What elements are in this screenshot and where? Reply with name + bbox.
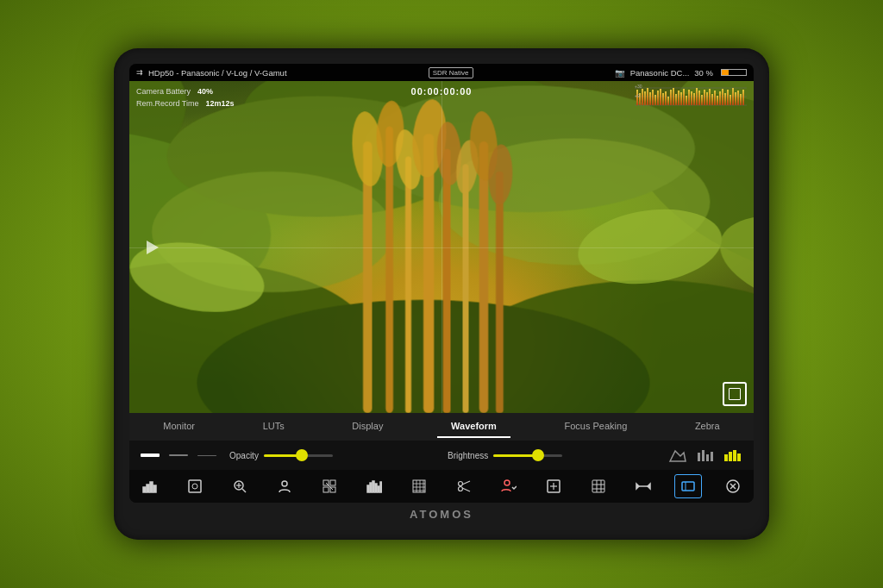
opacity-thumb[interactable]: [296, 449, 308, 461]
tab-zebra[interactable]: Zebra: [681, 416, 734, 438]
toolbar-add-frame[interactable]: [540, 474, 567, 498]
opacity-slider-group: Opacity: [229, 451, 437, 460]
svg-rect-91: [733, 450, 736, 461]
brand-label: ATOMOS: [410, 503, 473, 524]
bottom-toolbar: [129, 470, 754, 503]
line-medium-icon: [169, 454, 188, 456]
svg-rect-89: [724, 454, 728, 461]
waveform-icon-2[interactable]: [693, 446, 717, 465]
svg-rect-114: [380, 482, 382, 492]
svg-rect-97: [189, 480, 201, 492]
waveform-icon-3[interactable]: [721, 446, 745, 465]
toolbar-grid-overlay[interactable]: [316, 474, 343, 498]
svg-point-103: [282, 481, 287, 486]
svg-rect-110: [370, 483, 372, 492]
svg-rect-21: [443, 149, 451, 413]
svg-line-124: [462, 481, 470, 485]
svg-rect-111: [373, 481, 374, 492]
toolbar-expand[interactable]: [674, 474, 702, 498]
controls-bar: Opacity Brightness: [129, 441, 754, 470]
svg-rect-90: [729, 452, 732, 461]
svg-rect-22: [463, 164, 469, 413]
monitor-device: ⇉ HDp50 - Panasonic / V-Log / V-Gamut SD…: [114, 48, 769, 540]
camera-icon: 📷: [615, 68, 625, 78]
camera-name: Panasonic DC...: [630, 68, 690, 78]
svg-point-123: [459, 487, 463, 491]
svg-rect-87: [706, 454, 709, 461]
svg-point-98: [192, 484, 197, 489]
waveform-icon-1[interactable]: [666, 446, 690, 465]
toolbar-cut[interactable]: [450, 474, 478, 498]
svg-rect-92: [737, 454, 741, 461]
line-style-group: [138, 447, 219, 463]
toolbar-close[interactable]: [719, 474, 747, 498]
svg-rect-23: [479, 141, 489, 413]
brightness-track[interactable]: [493, 454, 562, 457]
battery-percent: 30 %: [694, 68, 713, 78]
svg-rect-96: [153, 485, 156, 492]
battery-bar: [721, 69, 747, 76]
tabs-bar: Monitor LUTs Display Waveform Focus Peak…: [129, 413, 754, 441]
svg-rect-93: [143, 487, 146, 492]
input-format-text: HDp50 - Panasonic / V-Log / V-Gamut: [148, 68, 287, 78]
line-thick-btn[interactable]: [138, 447, 162, 463]
svg-marker-136: [636, 484, 639, 489]
svg-rect-138: [682, 482, 694, 491]
status-center: SDR Native: [429, 67, 473, 78]
tab-focus-peaking[interactable]: Focus Peaking: [550, 416, 641, 438]
toolbar-arrows-stretch[interactable]: [629, 474, 657, 498]
svg-marker-84: [670, 451, 686, 461]
line-medium-btn[interactable]: [166, 447, 191, 463]
svg-point-122: [459, 482, 463, 486]
toolbar-matrix[interactable]: [585, 474, 612, 498]
svg-rect-130: [592, 480, 604, 492]
toolbar-frame[interactable]: [181, 474, 209, 498]
toolbar-person[interactable]: [271, 474, 298, 498]
svg-rect-85: [698, 453, 700, 461]
brightness-label: Brightness: [448, 451, 488, 460]
toolbar-waveform-bars[interactable]: [360, 474, 388, 498]
svg-line-125: [462, 488, 470, 491]
svg-rect-88: [711, 452, 713, 461]
sdr-badge: SDR Native: [429, 67, 473, 78]
svg-point-126: [504, 480, 510, 485]
tab-monitor[interactable]: Monitor: [149, 416, 209, 438]
svg-rect-105: [330, 480, 335, 485]
opacity-label: Opacity: [229, 451, 259, 460]
svg-rect-18: [385, 127, 393, 414]
status-left: ⇉ HDp50 - Panasonic / V-Log / V-Gamut: [136, 68, 287, 78]
svg-rect-86: [702, 450, 705, 461]
svg-line-100: [242, 489, 246, 492]
svg-rect-19: [405, 157, 411, 414]
waveform-icons-group: [666, 446, 745, 465]
toolbar-hatch[interactable]: [405, 474, 433, 498]
line-thin-btn[interactable]: [195, 447, 219, 463]
opacity-track[interactable]: [264, 454, 333, 457]
svg-rect-106: [323, 487, 329, 492]
svg-rect-113: [378, 486, 379, 492]
tab-waveform[interactable]: Waveform: [437, 416, 510, 438]
svg-line-108: [326, 483, 333, 490]
foliage-svg: [129, 81, 754, 413]
svg-marker-137: [648, 484, 650, 489]
toolbar-user-check[interactable]: [495, 474, 523, 498]
status-bar: ⇉ HDp50 - Panasonic / V-Log / V-Gamut SD…: [129, 64, 754, 81]
svg-rect-95: [150, 482, 153, 492]
toolbar-zoom[interactable]: [226, 474, 254, 498]
status-right: 📷 Panasonic DC... 30 %: [615, 68, 747, 78]
toolbar-histogram[interactable]: [136, 474, 164, 498]
svg-rect-24: [496, 172, 504, 413]
brightness-thumb[interactable]: [532, 449, 544, 461]
monitor-screen: ⇉ HDp50 - Panasonic / V-Log / V-Gamut SD…: [129, 64, 754, 503]
video-area: Camera Battery 40% Rem.Record Time 12m12…: [129, 81, 754, 413]
tab-display[interactable]: Display: [338, 416, 397, 438]
svg-rect-94: [147, 485, 149, 492]
svg-rect-109: [367, 485, 369, 492]
line-thick-icon: [141, 454, 160, 457]
svg-rect-112: [375, 484, 377, 492]
tab-luts[interactable]: LUTs: [249, 416, 298, 438]
brightness-slider-group: Brightness: [448, 451, 655, 460]
input-format-icon: ⇉: [136, 68, 143, 77]
line-thin-icon: [197, 455, 216, 456]
